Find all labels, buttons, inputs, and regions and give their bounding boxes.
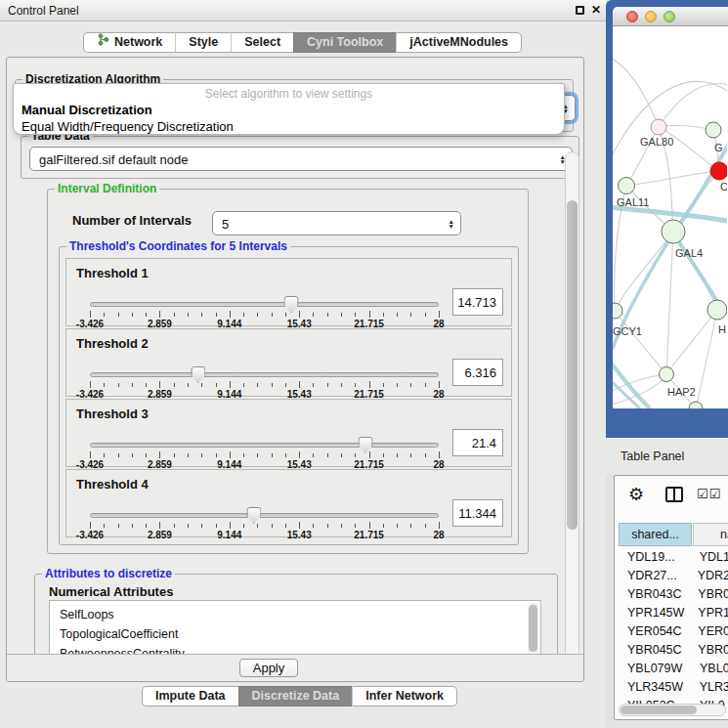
float-window-icon[interactable] [576, 6, 584, 15]
tick-mark [383, 313, 384, 317]
table-row[interactable]: YDL19... YDL1 [619, 548, 728, 567]
tick-mark [285, 453, 286, 457]
slider-thumb[interactable] [359, 437, 373, 453]
network-node[interactable] [707, 300, 727, 320]
zoom-traffic-light-icon[interactable] [664, 11, 675, 22]
scrollbar-thumb[interactable] [567, 200, 578, 530]
tick-mark [341, 383, 342, 387]
threshold-value-field[interactable]: 11.344 [452, 499, 503, 527]
tick-mark [299, 311, 300, 318]
number-of-intervals-combobox[interactable]: 5 ▲▼ [212, 211, 461, 236]
table-row[interactable]: YBL079W YBL0 [619, 660, 728, 678]
tab[interactable]: Style [175, 32, 231, 53]
node-label: GAL80 [640, 136, 673, 148]
table-row[interactable]: YLR345W YLR3 [619, 678, 728, 697]
tick-mark [146, 383, 147, 387]
tick-mark [104, 524, 105, 528]
slider-track[interactable] [90, 443, 439, 448]
slider-thumb[interactable] [246, 507, 261, 524]
dropdown-placeholder: Select algorithm to view settings [14, 87, 564, 101]
tab[interactable]: Network [83, 32, 175, 53]
tick-mark [174, 524, 175, 528]
slider-track[interactable] [90, 513, 439, 518]
tick-mark [159, 311, 160, 318]
checkbox-columns-icon[interactable]: ☑☑ [697, 487, 721, 501]
column-header-shared[interactable]: shared... [619, 523, 692, 546]
node-label: GAL4 [675, 247, 703, 259]
tab[interactable]: Cyni Toolbox [293, 32, 396, 53]
network-node[interactable] [619, 178, 635, 194]
column-header-name[interactable]: na [693, 523, 728, 546]
cell-shared-name: YBL079W [619, 660, 692, 678]
table-horizontal-scrollbar[interactable] [619, 704, 726, 716]
table-data-combobox[interactable]: galFiltered.sif default node ▲▼ [29, 147, 573, 171]
threshold-label: Threshold 2 [76, 336, 149, 351]
tick-mark [104, 383, 105, 387]
tab[interactable]: Impute Data [142, 686, 238, 707]
tick-mark [355, 524, 356, 528]
tick-mark [341, 453, 342, 457]
table-row[interactable]: YDR27... YDR2 [619, 567, 728, 585]
cell-name: YDR2 [690, 567, 728, 585]
tick-mark [243, 453, 244, 457]
dropdown-item-manual-discretization[interactable]: Manual Discretization [21, 103, 152, 117]
threshold-slider[interactable]: -3.4262.8599.14415.4321.71528 [90, 438, 439, 467]
table-row[interactable]: YBR045C YBR0 [619, 641, 728, 660]
table-panel-title: Table Panel [621, 450, 684, 463]
threshold-label: Threshold 1 [76, 266, 149, 280]
tick-mark [272, 383, 273, 387]
gear-icon[interactable]: ⚙ [628, 484, 644, 505]
scrollbar-thumb[interactable] [621, 706, 697, 714]
table-row[interactable]: YPR145W YPR1 [619, 604, 728, 622]
network-node[interactable] [706, 122, 721, 138]
threshold-row: Threshold 4 -3.4262.8599.14415.4321.7152… [65, 469, 512, 537]
slider-thumb[interactable] [284, 296, 299, 313]
tick-mark [313, 313, 314, 317]
network-canvas[interactable]: GAL80GCGAL11GAL4GCY1HHAP2 [613, 26, 728, 408]
tick-mark [439, 381, 440, 388]
list-item[interactable]: TopologicalCoefficient [50, 624, 540, 644]
tab[interactable]: Discretize Data [238, 686, 353, 707]
table-row[interactable]: YER054C YER0 [619, 622, 728, 641]
network-node[interactable] [613, 303, 622, 319]
close-traffic-light-icon[interactable] [626, 11, 638, 22]
slider-track[interactable] [90, 372, 439, 377]
apply-button[interactable]: Apply [239, 659, 298, 677]
network-graph: GAL80GCGAL11GAL4GCY1HHAP2 [613, 26, 727, 408]
tick-mark [327, 313, 328, 317]
network-node[interactable] [662, 220, 685, 243]
tick-mark [410, 453, 411, 457]
tick-mark [230, 381, 231, 388]
group-title: Threshold's Coordinates for 5 Intervals [66, 239, 290, 253]
close-icon[interactable]: ✕ [591, 3, 601, 17]
split-columns-icon[interactable] [665, 487, 683, 502]
threshold-value-field[interactable]: 14.713 [452, 288, 503, 316]
table-row[interactable]: YBR043C YBR0 [619, 585, 728, 604]
slider-thumb[interactable] [191, 366, 205, 383]
network-window-titlebar[interactable] [613, 7, 728, 26]
network-node[interactable] [651, 119, 666, 135]
dropdown-item-equal-width[interactable]: Equal Width/Frequency Discretization [21, 119, 234, 134]
threshold-slider[interactable]: -3.4262.8599.14415.4321.71528 [90, 508, 439, 537]
network-node[interactable] [710, 162, 727, 180]
table-panel-titlebar: Table Panel [606, 438, 728, 475]
scrollbar-thumb[interactable] [529, 605, 537, 652]
tab[interactable]: Select [231, 32, 293, 53]
network-node[interactable] [660, 367, 674, 382]
tick-mark [188, 453, 189, 457]
minimize-traffic-light-icon[interactable] [645, 11, 657, 22]
threshold-slider[interactable]: -3.4262.8599.14415.4321.71528 [90, 297, 439, 326]
table-toolbar: ⚙ ☑☑ [615, 476, 728, 519]
threshold-value-field[interactable]: 6.316 [452, 359, 503, 386]
cell-shared-name: YLR345W [619, 678, 692, 697]
threshold-slider[interactable]: -3.4262.8599.14415.4321.71528 [90, 367, 439, 397]
list-item[interactable]: SelfLoops [50, 601, 540, 624]
tab-label: Impute Data [155, 687, 226, 706]
tab[interactable]: Infer Network [352, 686, 457, 707]
tab[interactable]: jActiveMNodules [396, 32, 522, 53]
tick-mark [146, 453, 147, 457]
tick-mark [159, 451, 160, 458]
content-scrollbar[interactable] [565, 151, 579, 679]
threshold-value-field[interactable]: 21.4 [452, 429, 503, 456]
slider-track[interactable] [90, 302, 439, 307]
